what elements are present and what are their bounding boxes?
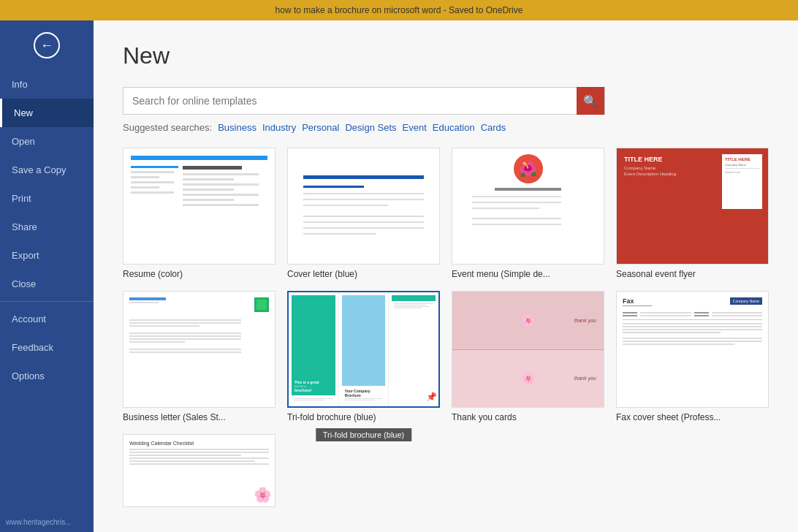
sidebar-item-account[interactable]: Account: [0, 305, 94, 333]
sidebar-item-export[interactable]: Export: [0, 241, 94, 270]
template-thumb-seasonal: TITLE HeRE Company Name Event Descriptio…: [616, 148, 769, 265]
template-thumb-resume-color: [123, 148, 276, 265]
template-label-event-menu: Event menu (Simple de...: [452, 269, 604, 279]
sidebar-item-feedback[interactable]: Feedback: [0, 333, 94, 362]
main-content: New 🔍 Suggested searches: Business Indus…: [94, 20, 798, 532]
template-resume-color[interactable]: Resume (color): [123, 148, 276, 279]
back-circle-icon: ←: [34, 32, 60, 58]
pin-icon: 📌: [426, 392, 437, 402]
search-input[interactable]: [123, 95, 577, 107]
sidebar-divider: [0, 301, 94, 302]
sidebar-nav: Info New Open Save a Copy Print Share Ex…: [0, 70, 94, 512]
search-area: 🔍 Suggested searches: Business Industry …: [123, 87, 769, 133]
template-label-brochure: Tri-fold brochure (blue): [287, 412, 440, 422]
template-label-thankyou: Thank you cards: [452, 412, 604, 422]
template-business-letter[interactable]: Business letter (Sales St...: [123, 291, 276, 422]
template-wedding-calendar[interactable]: Wedding Calendar Checklist 🌸: [123, 434, 276, 507]
suggested-link-cards[interactable]: Cards: [481, 122, 506, 133]
suggested-link-industry[interactable]: Industry: [262, 122, 296, 133]
app-body: ← Info New Open Save a Copy Print Share …: [0, 20, 798, 532]
template-event-menu[interactable]: 🌺 Event menu (Simple de...: [452, 148, 604, 279]
search-button[interactable]: 🔍: [577, 87, 604, 115]
suggested-label: Suggested searches:: [123, 122, 212, 133]
template-thumb-wedding: Wedding Calendar Checklist 🌸: [123, 434, 276, 507]
template-label-resume-color: Resume (color): [123, 269, 276, 279]
template-thumb-event-menu: 🌺: [452, 148, 604, 265]
sidebar-item-open[interactable]: Open: [0, 127, 94, 156]
template-thumb-cover-letter: [287, 148, 440, 265]
sidebar-item-info[interactable]: Info: [0, 70, 94, 99]
sidebar: ← Info New Open Save a Copy Print Share …: [0, 20, 94, 532]
back-button[interactable]: ←: [0, 20, 94, 70]
template-thankyou-cards[interactable]: 🌸 thank you 🌸 thank you Thank you cards: [452, 291, 604, 422]
suggested-link-event[interactable]: Event: [403, 122, 427, 133]
sidebar-item-close[interactable]: Close: [0, 270, 94, 298]
template-fax-cover[interactable]: Fax Company Name: [616, 291, 769, 422]
suggested-link-design-sets[interactable]: Design Sets: [345, 122, 396, 133]
suggested-searches: Suggested searches: Business Industry Pe…: [123, 122, 769, 133]
template-thumb-thankyou: 🌸 thank you 🌸 thank you: [452, 291, 604, 408]
template-thumb-fax: Fax Company Name: [616, 291, 769, 408]
sidebar-item-share[interactable]: Share: [0, 213, 94, 241]
template-label-fax: Fax cover sheet (Profess...: [616, 412, 769, 422]
sidebar-item-new[interactable]: New: [0, 99, 94, 127]
title-bar: how to make a brochure on microsoft word…: [0, 0, 798, 20]
template-thumb-business-letter: [123, 291, 276, 408]
template-label-cover-letter: Cover letter (blue): [287, 269, 440, 279]
search-box: 🔍: [123, 87, 605, 115]
sidebar-item-options[interactable]: Options: [0, 362, 94, 390]
template-seasonal-flyer[interactable]: TITLE HeRE Company Name Event Descriptio…: [616, 148, 769, 279]
suggested-link-education[interactable]: Education: [433, 122, 475, 133]
template-thumb-brochure: This is a great tool for a brochure!: [287, 291, 440, 408]
sidebar-item-print[interactable]: Print: [0, 184, 94, 213]
templates-grid: Resume (color): [123, 148, 769, 507]
template-label-business-letter: Business letter (Sales St...: [123, 412, 276, 422]
sidebar-item-save-copy[interactable]: Save a Copy: [0, 156, 94, 184]
title-bar-text: how to make a brochure on microsoft word…: [276, 5, 523, 15]
template-trifold-brochure[interactable]: This is a great tool for a brochure!: [287, 291, 440, 422]
suggested-link-personal[interactable]: Personal: [302, 122, 339, 133]
page-title: New: [123, 42, 769, 69]
template-cover-letter-blue[interactable]: Cover letter (blue): [287, 148, 440, 279]
suggested-link-business[interactable]: Business: [218, 122, 256, 133]
sidebar-watermark: www.heritagechris...: [0, 512, 94, 532]
brochure-tooltip: Tri-fold brochure (blue): [316, 428, 411, 441]
template-label-seasonal: Seasonal event flyer: [616, 269, 769, 279]
